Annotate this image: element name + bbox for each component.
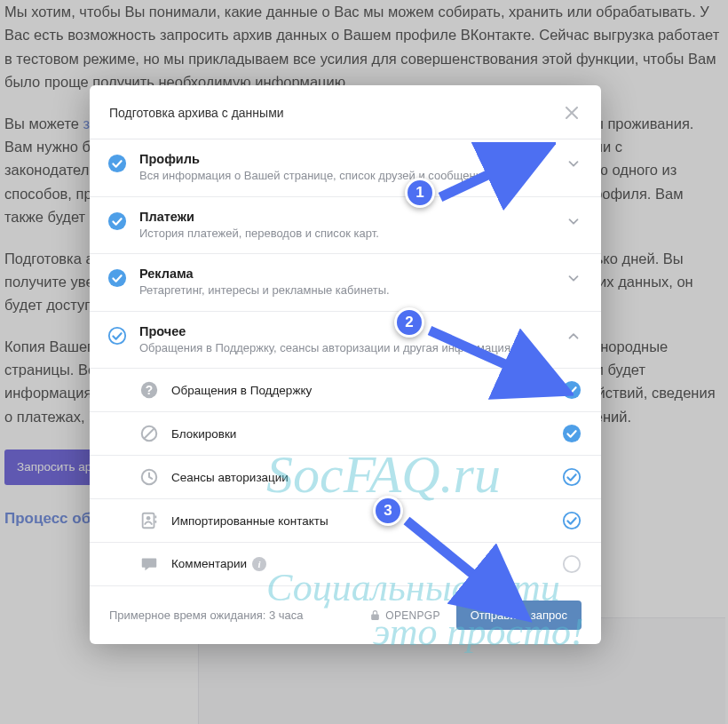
- chevron-down-icon[interactable]: [566, 213, 582, 233]
- svg-point-0: [108, 155, 126, 172]
- annotation-arrow-3: [400, 512, 550, 627]
- svg-point-16: [564, 513, 580, 529]
- chevron-down-icon[interactable]: [566, 270, 582, 290]
- svg-point-13: [146, 516, 151, 521]
- close-icon[interactable]: [562, 101, 582, 124]
- annotation-badge-1: 1: [405, 178, 435, 208]
- svg-line-20: [407, 521, 510, 604]
- annotation-arrow-2: [423, 313, 574, 402]
- section-checkbox[interactable]: [107, 326, 127, 346]
- section-checkbox[interactable]: [107, 268, 127, 288]
- help-icon: ?: [139, 380, 159, 400]
- contacts-icon: [139, 511, 159, 530]
- svg-point-3: [109, 327, 125, 343]
- svg-text:?: ?: [146, 384, 153, 397]
- annotation-arrow-1: [431, 142, 556, 213]
- annotation-badge-3: 3: [373, 496, 403, 526]
- svg-rect-12: [143, 513, 154, 529]
- sub-item[interactable]: Сеансы авторизации: [90, 456, 601, 499]
- section-реклама[interactable]: РекламаРетаргетинг, интересы и рекламные…: [90, 254, 601, 312]
- section-desc: Ретаргетинг, интересы и рекламные кабине…: [139, 282, 557, 298]
- svg-point-11: [564, 469, 580, 485]
- sub-item[interactable]: Блокировки: [90, 412, 601, 456]
- section-checkbox[interactable]: [107, 154, 127, 173]
- modal-header: Подготовка архива с данными: [90, 85, 601, 139]
- block-icon: [139, 424, 159, 443]
- eta-text: Примерное время ожидания: 3 часа: [109, 609, 353, 622]
- chevron-down-icon[interactable]: [566, 155, 582, 175]
- sub-toggle[interactable]: [562, 424, 582, 443]
- sub-label: Сеансы авторизации: [171, 471, 562, 484]
- comment-icon: [139, 554, 159, 574]
- section-title: Реклама: [139, 267, 557, 281]
- info-icon[interactable]: i: [252, 557, 266, 571]
- svg-point-2: [108, 269, 126, 287]
- section-checkbox[interactable]: [107, 211, 127, 231]
- svg-line-8: [145, 429, 154, 439]
- svg-point-9: [563, 425, 581, 442]
- section-desc: История платежей, переводов и список кар…: [139, 226, 557, 242]
- svg-point-17: [564, 556, 580, 572]
- sub-label: Блокировки: [171, 427, 562, 441]
- sub-toggle[interactable]: [562, 467, 582, 487]
- svg-line-18: [440, 155, 531, 197]
- sub-toggle[interactable]: [562, 511, 582, 530]
- modal-title: Подготовка архива с данными: [109, 106, 284, 120]
- svg-line-19: [430, 330, 549, 384]
- lock-icon: [369, 609, 381, 621]
- annotation-badge-2: 2: [394, 307, 424, 338]
- svg-point-1: [108, 211, 126, 229]
- sub-toggle[interactable]: [562, 554, 582, 574]
- clock-icon: [139, 467, 159, 487]
